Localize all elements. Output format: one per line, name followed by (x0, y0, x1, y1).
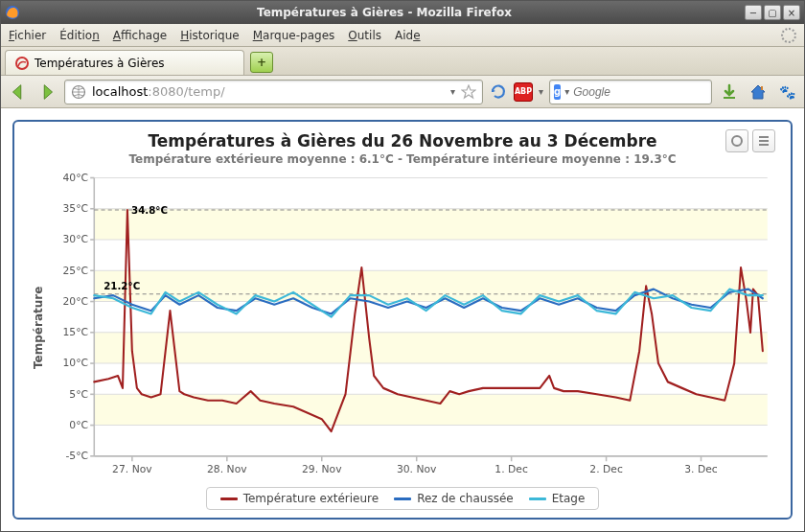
url-history-dropdown-icon[interactable]: ▾ (450, 86, 455, 97)
menu-tools[interactable]: Outils (348, 29, 381, 42)
site-identity-icon[interactable] (71, 84, 86, 100)
window-maximize-button[interactable]: ▢ (764, 5, 781, 20)
window-minimize-button[interactable]: − (745, 5, 762, 20)
menu-file[interactable]: Fichier (9, 29, 46, 42)
svg-text:3. Dec: 3. Dec (684, 463, 718, 475)
svg-text:21.2°C: 21.2°C (104, 280, 140, 291)
home-button[interactable] (747, 81, 770, 104)
chart-y-axis-label: Température (30, 172, 47, 483)
bookmark-star-icon[interactable] (461, 84, 476, 100)
search-engine-dropdown-icon[interactable]: ▾ (564, 86, 569, 97)
svg-text:30. Nov: 30. Nov (397, 463, 437, 475)
chart-panel: Températures à Gières du 26 Novembre au … (12, 120, 793, 520)
menu-bookmarks[interactable]: Marque-pages (253, 29, 335, 42)
tab-favicon-icon (15, 57, 29, 70)
legend-item-ext[interactable]: Température extérieure (220, 492, 380, 505)
chart-zoom-button[interactable] (725, 129, 748, 152)
svg-text:29. Nov: 29. Nov (302, 463, 342, 475)
svg-text:2. Dec: 2. Dec (589, 463, 623, 475)
svg-rect-11 (94, 394, 767, 425)
search-input[interactable] (573, 85, 718, 99)
svg-text:27. Nov: 27. Nov (112, 463, 152, 475)
svg-text:1. Dec: 1. Dec (494, 463, 528, 475)
menu-view[interactable]: Affichage (113, 29, 167, 42)
svg-text:-5°C: -5°C (65, 450, 88, 462)
svg-point-7 (732, 136, 742, 146)
svg-rect-6 (761, 86, 763, 90)
chart-menu-button[interactable] (752, 129, 775, 152)
window-close-button[interactable]: × (783, 5, 800, 20)
url-text: localhost:8080/temp/ (92, 84, 445, 99)
reload-button[interactable] (489, 82, 508, 102)
svg-text:28. Nov: 28. Nov (207, 463, 247, 475)
downloads-button[interactable] (718, 81, 741, 104)
page-content: Températures à Gières du 26 Novembre au … (1, 108, 804, 531)
browser-menubar: Fichier Édition Affichage Historique Mar… (1, 24, 804, 47)
svg-rect-12 (94, 333, 767, 363)
url-input[interactable]: localhost:8080/temp/ ▾ (64, 80, 483, 104)
adblock-icon[interactable]: ABP (514, 82, 533, 102)
menu-edit[interactable]: Édition (59, 29, 100, 42)
navigation-toolbar: localhost:8080/temp/ ▾ ABP ▾ g ▾ 🐾 (1, 76, 804, 108)
chart-legend: Température extérieure Rez de chaussée E… (206, 487, 600, 510)
firefox-icon (5, 5, 20, 20)
chart-plot-area[interactable]: -5°C0°C5°C10°C15°C20°C25°C30°C35°C40°C27… (47, 172, 775, 483)
svg-text:15°C: 15°C (63, 326, 89, 338)
new-tab-button[interactable]: + (250, 52, 273, 73)
window-title: Températures à Gières - Mozilla Firefox (26, 6, 743, 19)
back-button[interactable] (7, 81, 30, 104)
svg-text:30°C: 30°C (63, 233, 89, 245)
browser-tab[interactable]: Températures à Gières (5, 50, 244, 75)
forward-button[interactable] (35, 81, 58, 104)
menu-help[interactable]: Aide (395, 29, 421, 42)
svg-text:5°C: 5°C (69, 387, 88, 400)
svg-text:35°C: 35°C (63, 202, 89, 215)
chart-subtitle: Température extérieure moyenne : 6.1°C -… (30, 152, 775, 166)
tabstrip: Températures à Gières + (1, 47, 804, 76)
legend-item-etage[interactable]: Etage (529, 492, 586, 505)
legend-item-rdc[interactable]: Rez de chaussée (394, 492, 514, 505)
adblock-dropdown-icon[interactable]: ▾ (539, 86, 543, 97)
menu-history[interactable]: Historique (180, 29, 240, 42)
svg-text:20°C: 20°C (63, 295, 89, 308)
svg-point-1 (16, 58, 28, 69)
activity-indicator-icon (781, 28, 796, 43)
svg-rect-14 (94, 209, 767, 240)
window-titlebar: Températures à Gières - Mozilla Firefox … (1, 1, 804, 24)
svg-text:10°C: 10°C (63, 357, 89, 369)
search-box[interactable]: g ▾ (549, 80, 712, 104)
tab-label: Températures à Gières (34, 57, 165, 70)
svg-text:40°C: 40°C (63, 172, 89, 184)
svg-text:0°C: 0°C (69, 419, 88, 431)
svg-text:34.8°C: 34.8°C (131, 204, 168, 216)
toolbar-extension-icon[interactable]: 🐾 (775, 81, 798, 104)
svg-text:25°C: 25°C (63, 264, 89, 276)
search-engine-icon[interactable]: g (554, 84, 561, 100)
chart-title: Températures à Gières du 26 Novembre au … (30, 131, 775, 150)
